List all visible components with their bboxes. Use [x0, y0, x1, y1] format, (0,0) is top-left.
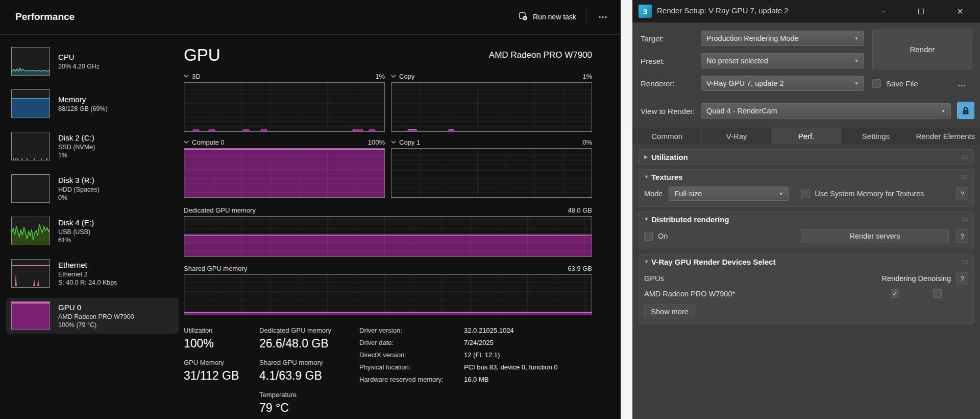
target-value: Production Rendering Mode — [706, 34, 799, 42]
detail-reserved-value: 16.0 MB — [464, 376, 488, 383]
sidebar-item-memory[interactable]: Memory 88/128 GB (69%) — [6, 86, 179, 122]
minimize-button[interactable]: − — [873, 4, 894, 18]
gpu-stats: Utilization 100% GPU Memory 31/112 GB De… — [184, 327, 592, 419]
use-system-memory-label: Use System Memory for Textures — [815, 190, 924, 198]
distributed-on-checkbox[interactable] — [644, 232, 653, 241]
page-title: Performance — [15, 11, 75, 22]
triangle-down-icon: ▼ — [644, 217, 651, 222]
show-more-button[interactable]: Show more — [644, 305, 695, 318]
detail-directx-value: 12 (FL 12.1) — [464, 351, 500, 359]
sidebar-disk4-detail: USB (USB) — [58, 228, 94, 236]
rendering-denoising-column-label: Rendering Denoising — [882, 274, 951, 283]
distributed-help-button[interactable]: ? — [956, 229, 968, 243]
sidebar-item-gpu0[interactable]: GPU 0 AMD Radeon PRO W7900 100% (79 °C) — [6, 298, 179, 334]
texture-mode-value: Full-size — [674, 190, 702, 198]
tab-vray[interactable]: V-Ray — [702, 128, 771, 144]
sidebar-item-disk3[interactable]: Disk 3 (R:) HDD (Spaces) 0% — [6, 171, 179, 206]
chart-copy1 — [391, 148, 592, 198]
tab-perf[interactable]: Perf. — [772, 128, 841, 144]
devices-rollout-header[interactable]: ▼ V-Ray GPU Render Devices Select — [639, 254, 973, 269]
section-utilization: ▶ Utilization — [639, 149, 974, 165]
distributed-rollout-header[interactable]: ▼ Distributed rendering — [639, 212, 973, 226]
use-system-memory-checkbox[interactable] — [801, 190, 810, 198]
lock-icon — [962, 106, 970, 115]
performance-sidebar: CPU 20% 4.20 GHz Memory 88/128 GB (69%) … — [6, 43, 179, 340]
close-button[interactable]: ✕ — [950, 4, 970, 18]
chart-3d-value: 1% — [375, 73, 385, 80]
maximize-icon — [918, 9, 924, 14]
texture-mode-dropdown[interactable]: Full-size ▼ — [669, 187, 789, 201]
render-output-more-button[interactable]: ... — [958, 79, 966, 88]
render-setup-window: 3 Render Setup: V-Ray GPU 7, update 2 − … — [632, 0, 980, 419]
maximize-button[interactable] — [911, 4, 931, 18]
run-new-task-button[interactable]: Run new task — [512, 7, 582, 27]
view-to-render-value: Quad 4 - RenderCam — [706, 107, 777, 115]
see-more-button[interactable]: ••• — [591, 7, 616, 27]
chart-3d — [184, 82, 385, 132]
dropdown-arrow-icon: ▼ — [854, 36, 859, 41]
chart-shared-capacity: 63.9 GB — [568, 265, 592, 272]
render-servers-button[interactable]: Render servers — [801, 229, 949, 243]
detail-directx-label: DirectX version: — [359, 351, 464, 359]
dropdown-arrow-icon: ▼ — [854, 81, 859, 86]
sidebar-disk3-title: Disk 3 (R:) — [58, 175, 100, 185]
chart-copy-label: Copy — [399, 73, 414, 80]
renderer-dropdown[interactable]: V-Ray GPU 7, update 2 ▼ — [701, 76, 864, 91]
stat-shared-value: 4.1/63.9 GB — [259, 369, 359, 383]
preset-label: Preset: — [641, 57, 701, 65]
chevron-down-icon[interactable] — [184, 141, 189, 144]
gpus-column-label: GPUs — [644, 274, 664, 283]
run-new-task-label: Run new task — [533, 13, 576, 21]
disk3-mini-chart — [11, 174, 50, 203]
sidebar-memory-detail: 88/128 GB (69%) — [58, 105, 108, 113]
run-new-task-icon — [519, 12, 528, 22]
chart-copy — [391, 82, 592, 132]
sidebar-ethernet-rates: S: 40.0 R: 24.0 Kbps — [58, 278, 117, 287]
sidebar-item-disk2[interactable]: Disk 2 (C:) SSD (NVMe) 1% — [6, 128, 179, 164]
rollout-grip-handle[interactable] — [961, 260, 968, 265]
render-button[interactable]: Render — [872, 29, 972, 69]
chevron-down-icon[interactable] — [391, 75, 396, 78]
render-setup-titlebar[interactable]: 3 Render Setup: V-Ray GPU 7, update 2 − … — [632, 0, 980, 22]
sidebar-item-ethernet[interactable]: Ethernet Ethernet 2 S: 40.0 R: 24.0 Kbps — [6, 255, 179, 291]
devices-title: V-Ray GPU Render Devices Select — [651, 258, 775, 266]
chart-copy1-label: Copy 1 — [399, 138, 420, 146]
sidebar-item-cpu[interactable]: CPU 20% 4.20 GHz — [6, 43, 179, 79]
textures-rollout-header[interactable]: ▼ Textures — [639, 170, 973, 184]
lock-view-button[interactable] — [957, 102, 974, 119]
sidebar-disk4-title: Disk 4 (E:) — [58, 218, 94, 228]
window-title: Render Setup: V-Ray GPU 7, update 2 — [657, 6, 789, 15]
chevron-down-icon[interactable] — [391, 141, 396, 144]
textures-help-button[interactable]: ? — [956, 187, 968, 200]
chevron-down-icon[interactable] — [184, 75, 189, 78]
gpu-device-name: AMD Radeon PRO W7900 — [489, 50, 592, 60]
view-to-render-dropdown[interactable]: Quad 4 - RenderCam ▼ — [701, 103, 951, 119]
detail-driver-date-label: Driver date: — [359, 339, 464, 346]
target-dropdown[interactable]: Production Rendering Mode ▼ — [701, 31, 864, 46]
sidebar-cpu-title: CPU — [58, 52, 100, 62]
save-file-checkbox[interactable] — [872, 79, 881, 88]
detail-location-value: PCI bus 83, device 0, function 0 — [464, 363, 558, 371]
tab-settings[interactable]: Settings — [841, 128, 911, 144]
chart-compute0-value: 100% — [368, 138, 385, 146]
sidebar-ethernet-detail: Ethernet 2 — [58, 270, 117, 278]
rollout-grip-handle[interactable] — [961, 155, 968, 160]
tab-common[interactable]: Common — [632, 128, 702, 144]
device-denoising-checkbox[interactable] — [933, 289, 942, 298]
sidebar-item-disk4[interactable]: Disk 4 (E:) USB (USB) 61% — [6, 213, 179, 249]
triangle-down-icon: ▼ — [644, 259, 651, 264]
device-rendering-checkbox[interactable]: ✓ — [891, 289, 899, 298]
section-textures: ▼ Textures Mode Full-size ▼ Use System M… — [639, 169, 974, 207]
rollout-grip-handle[interactable] — [961, 175, 968, 180]
gpu-panel: GPU AMD Radeon PRO W7900 3D 1% Copy 1% — [184, 43, 592, 419]
devices-help-button[interactable]: ? — [956, 272, 968, 285]
sidebar-disk2-detail: SSD (NVMe) — [58, 143, 95, 151]
tab-render-elements[interactable]: Render Elements — [911, 128, 980, 144]
dropdown-arrow-icon: ▼ — [779, 192, 783, 196]
rollout-grip-handle[interactable] — [961, 217, 968, 222]
3dsmax-app-icon: 3 — [639, 5, 652, 18]
preset-dropdown[interactable]: No preset selected ▼ — [701, 53, 864, 68]
stat-dedicated-value: 26.6/48.0 GB — [259, 337, 359, 351]
gpu0-mini-chart — [11, 301, 50, 330]
utilization-rollout-header[interactable]: ▶ Utilization — [639, 150, 973, 164]
